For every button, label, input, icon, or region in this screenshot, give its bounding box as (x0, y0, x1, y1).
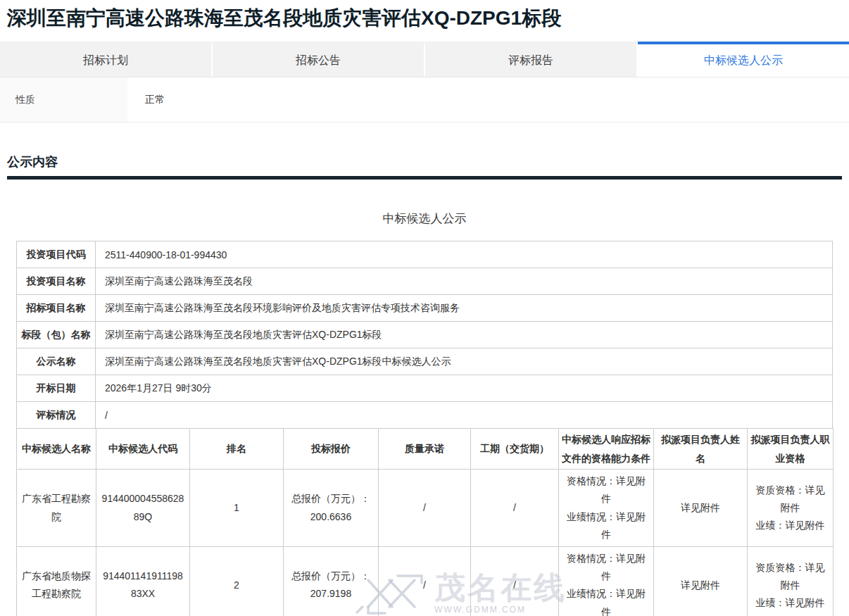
column-header: 工期（交货期） (471, 429, 559, 470)
info-value: 2026年1月27日 9时30分 (96, 375, 833, 402)
page-title: 深圳至南宁高速公路珠海至茂名段地质灾害评估XQ-DZPG1标段 (0, 0, 849, 31)
candidates-header-row: 中标候选人名称中标候选人代码排名投标报价质量承诺工期（交货期）中标候选人响应招标… (17, 429, 834, 470)
tab-bid-announcement[interactable]: 招标公告 (213, 42, 425, 77)
info-value: 深圳至南宁高速公路珠海至茂名段 (96, 268, 833, 295)
info-row: 标段（包）名称深圳至南宁高速公路珠海至茂名段地质灾害评估XQ-DZPG1标段 (17, 322, 833, 348)
info-value: / (96, 402, 833, 429)
info-label: 公示名称 (17, 348, 96, 375)
info-row: 开标日期2026年1月27日 9时30分 (17, 375, 833, 402)
candidate-cell: 资格情况：详见附件业绩情况：详见附件 (559, 470, 654, 547)
candidates-table: 中标候选人名称中标候选人代码排名投标报价质量承诺工期（交货期）中标候选人响应招标… (16, 428, 834, 616)
candidate-cell: / (379, 546, 471, 616)
info-label: 投资项目代码 (17, 241, 96, 268)
info-row: 投资项目名称深圳至南宁高速公路珠海至茂名段 (17, 268, 833, 295)
column-header: 中标候选人代码 (96, 429, 190, 470)
candidate-cell: 总报价（万元）：207.9198 (284, 546, 379, 616)
candidate-row: 广东省地质物探工程勘察院91440114191119883XX2总报价（万元）：… (17, 546, 834, 616)
info-label: 标段（包）名称 (17, 322, 96, 348)
section-heading: 公示内容 (7, 155, 842, 170)
project-info-table: 投资项目代码2511-440900-18-01-994430投资项目名称深圳至南… (16, 241, 833, 429)
candidate-cell: 资质资格：详见附件业绩：详见附件 (748, 546, 834, 616)
candidate-cell: / (471, 546, 559, 616)
column-header: 排名 (190, 429, 284, 470)
candidate-cell: 总报价（万元）：200.6636 (284, 470, 379, 547)
tab-bar: 招标计划招标公告评标报告中标候选人公示 (0, 42, 849, 77)
column-header: 投标报价 (284, 429, 379, 470)
candidate-cell: 详见附件 (654, 470, 748, 547)
announcement-title: 中标候选人公示 (0, 212, 849, 226)
candidate-cell: 广东省工程勘察院 (17, 470, 96, 547)
info-value: 深圳至南宁高速公路珠海至茂名段地质灾害评估XQ-DZPG1标段中标候选人公示 (96, 348, 833, 375)
section-divider (7, 176, 842, 180)
candidate-cell: / (379, 470, 471, 547)
info-row: 招标项目名称深圳至南宁高速公路珠海至茂名段环境影响评价及地质灾害评估专项技术咨询… (17, 295, 833, 322)
tab-evaluation-report[interactable]: 评标报告 (425, 42, 638, 77)
candidate-cell: 资质资格：详见附件业绩：详见附件 (748, 470, 834, 547)
candidate-cell: 2 (190, 546, 284, 616)
candidate-cell: 广东省地质物探工程勘察院 (17, 546, 96, 616)
nature-value: 正常 (127, 77, 165, 122)
info-row: 投资项目代码2511-440900-18-01-994430 (17, 241, 833, 268)
info-label: 评标情况 (17, 402, 96, 429)
info-value: 2511-440900-18-01-994430 (96, 241, 833, 268)
candidate-cell: / (471, 470, 559, 547)
candidate-cell: 91440114191119883XX (96, 546, 190, 616)
info-label: 开标日期 (17, 375, 96, 402)
tab-winning-candidates[interactable]: 中标候选人公示 (638, 42, 849, 77)
info-row: 评标情况/ (17, 402, 833, 429)
column-header: 拟派项目负责人姓名 (654, 429, 748, 470)
column-header: 中标候选人名称 (17, 429, 96, 470)
column-header: 质量承诺 (379, 429, 471, 470)
candidate-cell: 详见附件 (654, 546, 748, 616)
info-row: 公示名称深圳至南宁高速公路珠海至茂名段地质灾害评估XQ-DZPG1标段中标候选人… (17, 348, 833, 375)
column-header: 拟派项目负责人职业资格 (748, 429, 834, 470)
info-label: 投资项目名称 (17, 268, 96, 295)
info-value: 深圳至南宁高速公路珠海至茂名段环境影响评价及地质灾害评估专项技术咨询服务 (96, 295, 833, 322)
nature-row: 性质 正常 (0, 77, 849, 122)
column-header: 中标候选人响应招标文件的资格能力条件 (559, 429, 654, 470)
candidate-cell: 资格情况：详见附件业绩情况：详见附件 (559, 546, 654, 616)
info-label: 招标项目名称 (17, 295, 96, 322)
candidate-cell: 91440000455862889Q (96, 470, 190, 547)
candidate-row: 广东省工程勘察院91440000455862889Q1总报价（万元）：200.6… (17, 470, 834, 547)
candidate-cell: 1 (190, 470, 284, 547)
info-value: 深圳至南宁高速公路珠海至茂名段地质灾害评估XQ-DZPG1标段 (96, 322, 833, 348)
tab-bid-plan[interactable]: 招标计划 (0, 42, 213, 77)
nature-label: 性质 (0, 77, 127, 122)
